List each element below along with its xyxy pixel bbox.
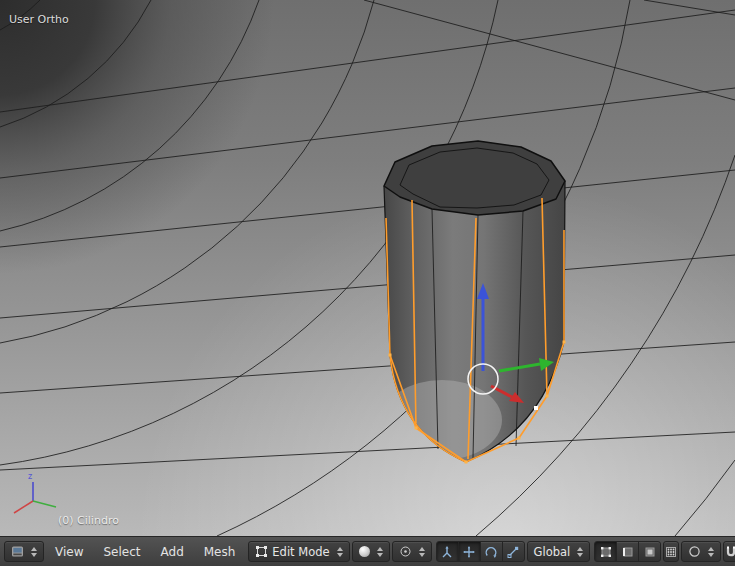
occlude-geometry-button[interactable] — [663, 541, 679, 562]
active-vertex[interactable] — [534, 406, 538, 410]
scene-canvas: z — [0, 0, 735, 536]
blender-window: z User Ortho (0) Cilindro View Select Ad… — [0, 0, 735, 566]
menu-view[interactable]: View — [46, 543, 92, 561]
rotate-arc-icon — [484, 545, 498, 559]
editor-type-icon — [11, 545, 24, 558]
editor-type-selector[interactable] — [4, 541, 44, 562]
pivot-point-dropdown[interactable] — [392, 541, 432, 562]
viewport-shading-sphere-icon — [359, 546, 370, 557]
vertex-select-button[interactable] — [594, 541, 617, 562]
edge-select-icon — [621, 545, 635, 559]
shading-arrows-icon — [377, 547, 383, 557]
proportional-edit-icon — [688, 545, 701, 558]
active-object-label: (0) Cilindro — [58, 514, 119, 527]
editor-type-arrows-icon — [31, 547, 37, 557]
face-select-icon — [643, 545, 657, 559]
edge-select-button[interactable] — [616, 541, 639, 562]
orientation-dropdown-value: Global — [534, 545, 571, 559]
pivot-point-icon — [399, 545, 412, 558]
vertex-select-icon — [599, 545, 613, 559]
orientation-arrows-icon — [577, 547, 583, 557]
pivot-arrows-icon — [419, 547, 425, 557]
mode-dropdown-value: Edit Mode — [272, 545, 329, 559]
view-orientation-label: User Ortho — [9, 13, 69, 26]
translate-manipulator-button[interactable] — [458, 541, 481, 562]
mini-axis-z-label: z — [28, 472, 32, 481]
snap-magnet-icon — [724, 545, 735, 559]
scale-handle-icon — [506, 545, 520, 559]
manipulator-toggle-button[interactable] — [436, 541, 459, 562]
edit-mode-icon — [255, 545, 268, 558]
menu-mesh[interactable]: Mesh — [195, 543, 245, 561]
proportional-edit-dropdown[interactable] — [681, 541, 721, 562]
viewport-shading-dropdown[interactable] — [352, 541, 390, 562]
proportional-arrows-icon — [708, 547, 714, 557]
corner-shadow — [0, 0, 735, 536]
menu-select[interactable]: Select — [94, 543, 149, 561]
manipulator-group — [436, 541, 525, 562]
translate-arrows-icon — [462, 545, 476, 559]
transform-orientation-dropdown[interactable]: Global — [527, 541, 591, 562]
viewport-header: View Select Add Mesh Edit Mode — [0, 536, 735, 566]
face-select-button[interactable] — [638, 541, 661, 562]
menu-add[interactable]: Add — [152, 543, 193, 561]
3d-viewport[interactable]: z User Ortho (0) Cilindro — [0, 0, 735, 536]
manipulator-axis-icon — [440, 545, 454, 559]
mode-dropdown[interactable]: Edit Mode — [248, 541, 349, 562]
rotate-manipulator-button[interactable] — [480, 541, 503, 562]
occlude-geometry-icon — [664, 545, 678, 559]
mesh-select-mode-group — [594, 541, 661, 562]
snap-toggle-button[interactable] — [723, 541, 735, 562]
mode-dropdown-arrows-icon — [337, 547, 343, 557]
scale-manipulator-button[interactable] — [502, 541, 525, 562]
